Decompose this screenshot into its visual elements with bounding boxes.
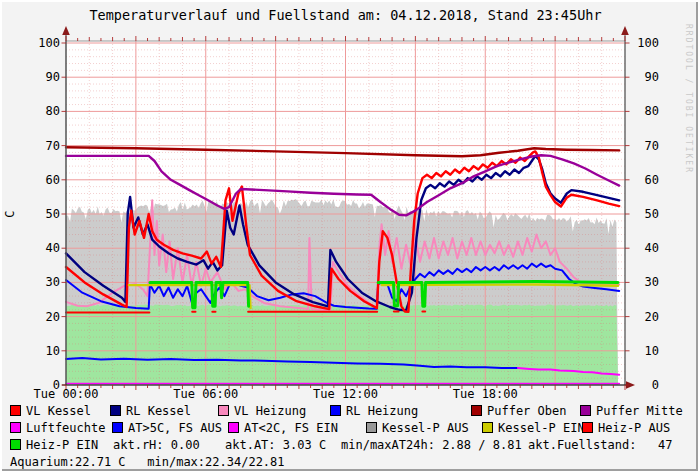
legend-row-1: VL KesselRL KesselVL HeizungRL HeizungPu… bbox=[0, 404, 698, 421]
legend-item-vl-kessel: VL Kessel bbox=[10, 404, 91, 419]
y-axis-tick-label-left: 30 bbox=[46, 275, 60, 289]
y-axis-tick-label-left: 10 bbox=[46, 344, 60, 358]
y-axis-tick-label-left: 100 bbox=[38, 36, 60, 50]
legend-item-aquarium-22-71-c-min-max-22-34: Aquarium:22.71 C min/max:22.34/22.81 bbox=[10, 455, 285, 470]
legend-swatch-kessel-p-aus bbox=[366, 422, 377, 433]
y-axis-tick-label-right: 20 bbox=[645, 310, 659, 324]
legend-label: Kessel-P EIN bbox=[498, 421, 585, 435]
rrdtool-graph-frame: Temperaturverlauf und Fuellstand am: 04.… bbox=[0, 0, 698, 471]
legend-item-heiz-p-ein: Heiz-P EIN bbox=[10, 438, 98, 453]
legend-label: VL Kessel bbox=[26, 404, 91, 418]
rrdtool-watermark: RRDTOOL / TOBI OETIKER bbox=[684, 24, 693, 174]
legend-swatch-puffer-oben bbox=[471, 405, 482, 416]
y-axis-tick-label-left: 90 bbox=[46, 70, 60, 84]
x-axis-tick-label: Tue 12:00 bbox=[313, 387, 378, 401]
legend-item-min-maxat24h-2-88-8-81: min/maxAT24h: 2.88 / 8.81 bbox=[341, 438, 522, 453]
legend-label: Aquarium:22.71 C min/max:22.34/22.81 bbox=[10, 455, 285, 469]
y-axis-tick-label-right: 0 bbox=[652, 378, 659, 392]
x-axis-tick-label: Tue 00:00 bbox=[33, 387, 98, 401]
legend-swatch-vl-heizung bbox=[218, 405, 229, 416]
legend-item-puffer-mitte: Puffer Mitte bbox=[580, 404, 683, 419]
y-axis-tick-label-left: 60 bbox=[46, 173, 60, 187]
legend-item-heiz-p-aus: Heiz-P AUS bbox=[582, 421, 670, 436]
legend-swatch-vl-kessel bbox=[10, 405, 21, 416]
legend-label: Heiz-P AUS bbox=[598, 421, 670, 435]
y-axis-arrow-left bbox=[62, 26, 70, 35]
legend: VL KesselRL KesselVL HeizungRL HeizungPu… bbox=[0, 402, 698, 471]
legend-swatch-luftfeuchte bbox=[10, 422, 21, 433]
y-axis-arrow-right bbox=[621, 26, 629, 35]
legend-label: RL Heizung bbox=[346, 404, 418, 418]
y-axis-tick-label-left: 40 bbox=[46, 241, 60, 255]
legend-label: AT>5C, FS AUS bbox=[128, 421, 222, 435]
y-axis-tick-label-right: 50 bbox=[645, 207, 659, 221]
legend-swatch-kessel-p-ein bbox=[482, 422, 493, 433]
x-axis-tick-label: Tue 18:00 bbox=[453, 387, 518, 401]
legend-swatch-at-2c-fs-ein bbox=[228, 422, 239, 433]
legend-item-rl-heizung: RL Heizung bbox=[330, 404, 418, 419]
y-axis-title: C bbox=[3, 210, 17, 217]
legend-swatch-rl-heizung bbox=[330, 405, 341, 416]
legend-item-akt-fuellstand-47: akt.Fuellstand: 47 bbox=[528, 438, 673, 453]
legend-label: Heiz-P EIN bbox=[26, 438, 98, 452]
temperature-chart: 0010102020303040405050606070708080909010… bbox=[0, 0, 698, 402]
y-axis-tick-label-left: 20 bbox=[46, 310, 60, 324]
y-axis-tick-label-left: 50 bbox=[46, 207, 60, 221]
legend-label: Puffer Mitte bbox=[596, 404, 683, 418]
legend-item-luftfeuchte: Luftfeuchte bbox=[10, 421, 105, 436]
legend-label: Luftfeuchte bbox=[26, 421, 105, 435]
legend-item-kessel-p-aus: Kessel-P AUS bbox=[366, 421, 469, 436]
legend-label: VL Heizung bbox=[234, 404, 306, 418]
legend-row-3: Heiz-P EINakt.rH: 0.00akt.AT: 3.03 Cmin/… bbox=[0, 438, 698, 455]
y-axis-tick-label-right: 70 bbox=[645, 139, 659, 153]
legend-label: akt.AT: 3.03 C bbox=[225, 438, 326, 452]
legend-item-at-5c-fs-aus: AT>5C, FS AUS bbox=[112, 421, 222, 436]
legend-swatch-rl-kessel bbox=[110, 405, 121, 416]
legend-item-vl-heizung: VL Heizung bbox=[218, 404, 306, 419]
legend-label: min/maxAT24h: 2.88 / 8.81 bbox=[341, 438, 522, 452]
y-axis-tick-label-right: 30 bbox=[645, 275, 659, 289]
legend-item-at-2c-fs-ein: AT<2C, FS EIN bbox=[228, 421, 338, 436]
y-axis-tick-label-left: 70 bbox=[46, 139, 60, 153]
y-axis-tick-label-left: 80 bbox=[46, 104, 60, 118]
legend-swatch-heiz-p-ein bbox=[10, 439, 21, 450]
y-axis-tick-label-right: 90 bbox=[645, 70, 659, 84]
y-axis-tick-label-right: 40 bbox=[645, 241, 659, 255]
legend-item-rl-kessel: RL Kessel bbox=[110, 404, 191, 419]
y-axis-tick-label-right: 100 bbox=[637, 36, 659, 50]
legend-item-akt-rh-0-00: akt.rH: 0.00 bbox=[113, 438, 200, 453]
legend-swatch-heiz-p-aus bbox=[582, 422, 593, 433]
legend-label: AT<2C, FS EIN bbox=[244, 421, 338, 435]
legend-item-kessel-p-ein: Kessel-P EIN bbox=[482, 421, 585, 436]
series-line-kessel-p-ein bbox=[382, 285, 618, 286]
legend-row-2: LuftfeuchteAT>5C, FS AUSAT<2C, FS EINKes… bbox=[0, 421, 698, 438]
y-axis-tick-label-right: 10 bbox=[645, 344, 659, 358]
legend-row-4: Aquarium:22.71 C min/max:22.34/22.81 bbox=[0, 455, 698, 471]
legend-label: akt.Fuellstand: 47 bbox=[528, 438, 673, 452]
x-axis-tick-label: Tue 06:00 bbox=[173, 387, 238, 401]
legend-swatch-at-5c-fs-aus bbox=[112, 422, 123, 433]
y-axis-tick-label-right: 80 bbox=[645, 104, 659, 118]
legend-item-akt-at-3-03-c: akt.AT: 3.03 C bbox=[225, 438, 326, 453]
legend-item-puffer-oben: Puffer Oben bbox=[471, 404, 566, 419]
legend-label: Kessel-P AUS bbox=[382, 421, 469, 435]
legend-swatch-puffer-mitte bbox=[580, 405, 591, 416]
legend-label: Puffer Oben bbox=[487, 404, 566, 418]
legend-label: akt.rH: 0.00 bbox=[113, 438, 200, 452]
legend-label: RL Kessel bbox=[126, 404, 191, 418]
y-axis-tick-label-right: 60 bbox=[645, 173, 659, 187]
